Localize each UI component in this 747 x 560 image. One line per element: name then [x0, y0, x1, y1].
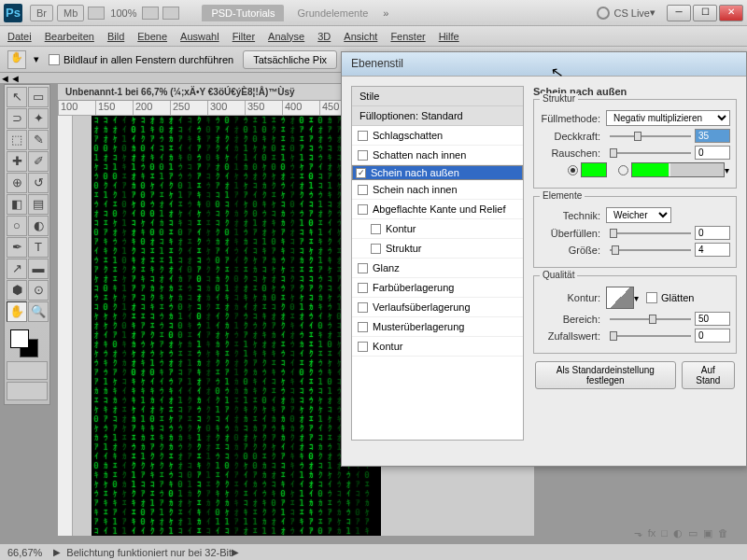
menu-bild[interactable]: Bild [107, 31, 124, 42]
style-item[interactable]: Abgeflachte Kante und Relief [352, 200, 523, 219]
shape-tool[interactable]: ▬ [28, 259, 49, 279]
adjustment-icon[interactable]: ◐ [673, 527, 683, 539]
type-tool[interactable]: T [28, 237, 49, 258]
zoom-status[interactable]: 66,67% [7, 547, 42, 558]
scroll-all-checkbox[interactable] [49, 54, 60, 65]
style-checkbox[interactable] [358, 302, 368, 313]
styles-header[interactable]: Stile [352, 87, 523, 106]
spread-input[interactable] [695, 226, 730, 240]
fx-icon[interactable]: fx [648, 527, 656, 539]
move-tool[interactable]: ↖ [7, 87, 27, 107]
maximize-button[interactable]: ☐ [693, 5, 717, 21]
menu-analyse[interactable]: Analyse [268, 31, 304, 42]
more-workspaces[interactable]: » [383, 7, 388, 19]
brush-tool[interactable]: ✐ [28, 151, 49, 172]
style-item[interactable]: Musterüberlagerung [352, 317, 523, 337]
color-swatches[interactable] [7, 328, 48, 359]
style-item[interactable]: Kontur [352, 337, 523, 357]
opacity-input[interactable] [695, 129, 730, 143]
style-checkbox[interactable] [358, 131, 368, 141]
menu-ebene[interactable]: Ebene [137, 31, 167, 42]
workspace-tab[interactable]: Grundelemente [288, 5, 377, 21]
noise-input[interactable] [695, 146, 730, 160]
style-checkbox[interactable] [371, 244, 381, 254]
folder-icon[interactable]: ▭ [688, 527, 698, 539]
crop-tool[interactable]: ⬚ [7, 130, 27, 150]
dodge-tool[interactable]: ◐ [28, 216, 49, 236]
style-item[interactable]: Schein nach innen [352, 180, 523, 200]
style-item[interactable]: Schlagschatten [352, 126, 523, 146]
minimize-button[interactable]: ─ [667, 5, 691, 21]
trash-icon[interactable]: 🗑 [718, 527, 728, 539]
cslive-menu[interactable]: CS Live ▾ [597, 7, 655, 20]
path-tool[interactable]: ↗ [7, 259, 27, 279]
lasso-tool[interactable]: ⊃ [7, 108, 27, 129]
quickmask-toggle[interactable] [7, 361, 48, 380]
gradient-picker[interactable] [631, 162, 725, 177]
style-item[interactable]: Schatten nach innen [352, 146, 523, 165]
noise-slider[interactable] [610, 147, 691, 160]
blur-tool[interactable]: ○ [7, 216, 27, 236]
range-slider[interactable] [610, 313, 691, 326]
style-checkbox[interactable] [358, 342, 368, 352]
style-item[interactable]: Glanz [352, 259, 523, 278]
blendmode-select[interactable]: Negativ multiplizieren [606, 110, 730, 126]
extras-select[interactable] [162, 7, 179, 20]
size-input[interactable] [695, 243, 730, 257]
zoom-tool[interactable]: 🔍 [28, 301, 49, 322]
link-icon[interactable]: ⬎ [634, 527, 642, 539]
antialias-checkbox[interactable] [646, 292, 657, 303]
workspace-tab-active[interactable]: PSD-Tutorials [202, 5, 284, 21]
size-slider[interactable] [610, 244, 691, 257]
eyedropper-tool[interactable]: ✎ [28, 130, 49, 150]
minibridge-button[interactable]: Mb [57, 5, 84, 21]
style-item[interactable]: Farbüberlagerung [352, 278, 523, 298]
style-checkbox[interactable] [358, 283, 368, 293]
contour-picker[interactable] [606, 287, 634, 309]
reset-default-button[interactable]: Auf Stand [682, 361, 735, 389]
style-item[interactable]: Kontur [352, 219, 523, 239]
actual-pixels-button[interactable]: Tatsächliche Pix [243, 50, 337, 69]
style-checkbox[interactable]: ✓ [356, 168, 366, 178]
canvas[interactable]: ｺｵｱ01ｹｳ0ｴｳｵｺ0ｱｲｳｱｹｺｳｺｹｵｵｵｹｳｱｱｶｴｹ0ｹｶｱｲ0ｷｹ… [92, 116, 381, 536]
menu-ansicht[interactable]: Ansicht [344, 31, 377, 42]
jitter-slider[interactable] [610, 329, 691, 343]
style-item[interactable]: Struktur [352, 239, 523, 259]
dialog-title[interactable]: Ebenenstil [342, 52, 746, 77]
3d-tool[interactable]: ⬢ [7, 280, 27, 301]
menu-hilfe[interactable]: Hilfe [439, 31, 459, 42]
menu-auswahl[interactable]: Auswahl [180, 31, 219, 42]
range-input[interactable] [695, 312, 730, 326]
gradient-radio[interactable] [618, 165, 628, 175]
screen-mode-select[interactable] [88, 7, 105, 20]
history-brush-tool[interactable]: ↺ [28, 173, 49, 193]
style-checkbox[interactable] [358, 204, 368, 215]
jitter-input[interactable] [695, 329, 730, 343]
style-checkbox[interactable] [371, 224, 381, 234]
style-item[interactable]: Verlaufsüberlagerung [352, 298, 523, 317]
stamp-tool[interactable]: ⊕ [7, 173, 27, 193]
eraser-tool[interactable]: ◧ [7, 194, 27, 215]
menu-fenster[interactable]: Fenster [390, 31, 425, 42]
marquee-tool[interactable]: ▭ [28, 87, 49, 107]
style-item[interactable]: ✓Schein nach außen [352, 165, 523, 180]
color-radio[interactable] [568, 165, 578, 175]
menu-3d[interactable]: 3D [317, 31, 331, 42]
close-button[interactable]: ✕ [719, 5, 743, 21]
zoom-value[interactable]: 100% [110, 7, 136, 19]
hand-tool-icon[interactable]: ✋ [7, 50, 26, 69]
menu-datei[interactable]: Datei [7, 31, 32, 42]
opacity-slider[interactable] [610, 130, 691, 143]
technique-select[interactable]: Weicher [606, 207, 671, 223]
gradient-tool[interactable]: ▤ [28, 194, 49, 215]
style-checkbox[interactable] [358, 185, 368, 195]
spread-slider[interactable] [610, 227, 691, 240]
foreground-swatch[interactable] [10, 329, 29, 348]
heal-tool[interactable]: ✚ [7, 151, 27, 172]
pen-tool[interactable]: ✒ [7, 237, 27, 258]
mask-icon[interactable]: □ [661, 527, 668, 539]
new-icon[interactable]: ▣ [703, 527, 712, 539]
menu-filter[interactable]: Filter [233, 31, 255, 42]
wand-tool[interactable]: ✦ [28, 108, 49, 129]
camera-tool[interactable]: ⊙ [28, 280, 49, 301]
